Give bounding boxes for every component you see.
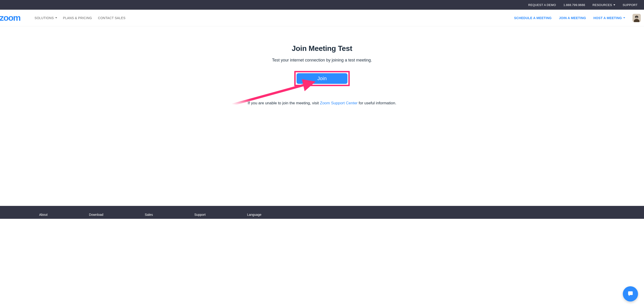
footer-about-heading[interactable]: About [39, 213, 48, 216]
help-text: If you are unable to join the meeting, v… [0, 101, 644, 106]
plans-pricing-link[interactable]: PLANS & PRICING [63, 16, 92, 20]
phone-number[interactable]: 1.888.799.9666 [564, 3, 585, 7]
page-subtitle: Test your internet connection by joining… [0, 58, 644, 63]
solutions-label: SOLUTIONS [34, 16, 54, 20]
help-prefix: If you are unable to join the meeting, v… [248, 101, 320, 105]
zoom-logo[interactable]: zoom [0, 13, 26, 23]
support-center-link[interactable]: Zoom Support Center [320, 101, 358, 105]
schedule-meeting-link[interactable]: SCHEDULE A MEETING [514, 16, 552, 20]
logo-text: zoom [0, 13, 20, 23]
footer-language-heading[interactable]: Language [247, 213, 261, 216]
support-link[interactable]: SUPPORT [622, 3, 638, 7]
main-content: Join Meeting Test Test your internet con… [0, 26, 644, 155]
host-meeting-label: HOST A MEETING [593, 16, 622, 20]
resources-dropdown[interactable]: RESOURCES [592, 3, 615, 7]
join-button-highlight: Join [294, 71, 350, 86]
caret-down-icon [614, 4, 615, 6]
solutions-dropdown[interactable]: SOLUTIONS [34, 16, 57, 20]
svg-rect-4 [635, 16, 638, 18]
footer-download-heading[interactable]: Download [89, 213, 104, 216]
main-nav: zoom SOLUTIONS PLANS & PRICING CONTACT S… [0, 10, 644, 26]
join-meeting-link[interactable]: JOIN A MEETING [559, 16, 586, 20]
caret-down-icon [623, 17, 625, 18]
footer-support-heading[interactable]: Support [194, 213, 206, 216]
page-title: Join Meeting Test [0, 44, 644, 53]
nav-right-group: SCHEDULE A MEETING JOIN A MEETING HOST A… [514, 14, 644, 22]
nav-left-group: SOLUTIONS PLANS & PRICING CONTACT SALES [34, 16, 126, 20]
help-suffix: for useful information. [358, 101, 396, 105]
host-meeting-dropdown[interactable]: HOST A MEETING [593, 16, 625, 20]
contact-sales-link[interactable]: CONTACT SALES [98, 16, 125, 20]
join-button[interactable]: Join [296, 73, 347, 84]
resources-label: RESOURCES [592, 3, 612, 7]
footer: About Download Sales Support Language [0, 206, 644, 219]
footer-sales-heading[interactable]: Sales [145, 213, 153, 216]
top-utility-bar: REQUEST A DEMO 1.888.799.9666 RESOURCES … [0, 0, 644, 10]
user-avatar[interactable] [632, 14, 641, 22]
caret-down-icon [55, 17, 57, 18]
request-demo-link[interactable]: REQUEST A DEMO [528, 3, 556, 7]
avatar-placeholder-icon [632, 14, 641, 22]
